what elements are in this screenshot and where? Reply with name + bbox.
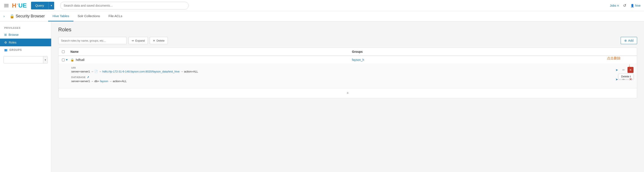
- role-name: hdfsall: [76, 58, 84, 62]
- top-nav: H · UE Query ▾ Jobs ≡ ↺ 👤 hive: [0, 0, 644, 11]
- user-label: hive: [635, 4, 640, 7]
- name-column-header: Name: [70, 50, 352, 53]
- expand-arrow-icon[interactable]: ▼: [66, 58, 68, 61]
- query-button[interactable]: Query: [31, 2, 48, 10]
- user-icon: 👤: [630, 4, 634, 7]
- select-all-checkbox[interactable]: [62, 50, 65, 53]
- uri-arrow3: →: [180, 70, 183, 73]
- add-privilege-row[interactable]: +: [58, 88, 637, 98]
- role-row-hdfsall: ▼ 🔒 hdfsall fayson_h: [58, 56, 637, 64]
- delete-button[interactable]: ✕ Delete: [150, 37, 168, 44]
- add-label: Add: [628, 39, 634, 42]
- send-button[interactable]: ➤: [614, 67, 620, 73]
- external-link-icon[interactable]: ↗: [87, 76, 89, 79]
- annotation-arrow: ↓: [628, 63, 630, 68]
- uri-prefix: server=server1: [71, 70, 90, 73]
- sidebar-item-roles[interactable]: ⚙ Roles: [0, 39, 51, 46]
- jobs-label: Jobs: [610, 4, 616, 7]
- hamburger-button[interactable]: [4, 3, 10, 8]
- expand-icon: ⇔: [132, 39, 134, 42]
- db-arrow1: →: [91, 80, 94, 83]
- db-privilege-value: server=server1 → db=fayson → action=ALL: [71, 80, 608, 83]
- db-delete-button[interactable]: ✕: [628, 76, 634, 82]
- main-layout: PRIVILEGES ⊞ Browse ⚙ Roles 👥 GROUPS ▾ R…: [0, 22, 644, 172]
- uri-privilege-value: server=server1 → 📄 → hdfs://ip-172-31-6-…: [71, 70, 608, 73]
- db-send-button[interactable]: ➤: [614, 76, 620, 82]
- search-bar: [60, 2, 188, 10]
- uri-arrow1: →: [91, 70, 94, 73]
- edit-button[interactable]: ✏: [621, 67, 627, 73]
- expand-label: Expand: [135, 39, 145, 42]
- user-button[interactable]: 👤 hive: [630, 4, 640, 7]
- db-type-label: DATABASE ↗: [71, 76, 608, 79]
- sidebar-item-browse[interactable]: ⊞ Browse: [0, 31, 51, 39]
- uri-privilege-actions: ➤ ✏ ✕ Delete t 点击删除 ↓: [614, 67, 634, 73]
- history-button[interactable]: ↺: [623, 3, 626, 8]
- roles-label: Roles: [9, 41, 16, 44]
- tab-file-acls[interactable]: File ACLs: [104, 11, 126, 22]
- logo-ue: UE: [18, 2, 27, 9]
- app-logo[interactable]: H · UE: [12, 2, 27, 9]
- privileges-title: PRIVILEGES: [0, 25, 51, 31]
- row-checkbox[interactable]: [62, 59, 65, 61]
- filter-input[interactable]: [4, 56, 43, 63]
- db-suffix: action=ALL: [112, 80, 126, 83]
- nav-right: Jobs ≡ ↺ 👤 hive: [610, 3, 640, 8]
- add-icon: ⊕: [624, 39, 627, 42]
- table-header: Name Groups: [58, 48, 637, 56]
- sidebar: PRIVILEGES ⊞ Browse ⚙ Roles 👥 GROUPS ▾: [0, 22, 52, 172]
- delete-label: Delete: [156, 39, 165, 42]
- db-edit-button[interactable]: ✏: [621, 76, 627, 82]
- uri-privilege-row: URI server=server1 → 📄 → hdfs://ip-172-3…: [71, 67, 634, 73]
- delete-container: ✕ Delete t 点击删除 ↓: [628, 67, 634, 73]
- add-button[interactable]: ⊕ Add: [621, 37, 637, 44]
- delete-icon: ✕: [153, 39, 155, 42]
- annotation-text: 点击删除: [607, 56, 621, 61]
- sidebar-groups-section[interactable]: 👥 GROUPS: [0, 46, 51, 54]
- uri-link[interactable]: hdfs://ip-172-31-6-148.fayson.com:8020/f…: [102, 70, 180, 73]
- jobs-button[interactable]: Jobs ≡: [610, 4, 619, 7]
- sidebar-filter: ▾: [0, 54, 51, 66]
- jobs-icon: ≡: [617, 4, 619, 7]
- main-content: Roles ⇔ Expand ✕ Delete ⊕ Add: [52, 22, 644, 172]
- table-row: ▼ 🔒 hdfsall fayson_h URI: [58, 56, 637, 88]
- row-checkbox-cell: ▼: [62, 58, 70, 61]
- query-dropdown-button[interactable]: ▾: [48, 2, 54, 10]
- role-name-cell: 🔒 hdfsall: [70, 58, 352, 62]
- db-link-label: db=: [94, 80, 99, 83]
- security-browser-link[interactable]: 🔒 Security Browser: [6, 14, 48, 19]
- security-browser-title: Security Browser: [16, 14, 45, 19]
- uri-type-label: URI: [71, 67, 608, 69]
- header-checkbox-cell: [62, 50, 70, 53]
- add-row-icon: +: [346, 91, 349, 95]
- uri-suffix: action=ALL: [184, 70, 198, 73]
- query-button-group: Query ▾: [31, 2, 54, 10]
- browse-icon: ⊞: [4, 33, 7, 37]
- groups-column-header: Groups: [352, 50, 634, 53]
- search-roles-input[interactable]: [58, 37, 127, 44]
- logo-h: H: [12, 2, 16, 9]
- db-arrow2: →: [109, 80, 112, 83]
- role-groups-cell: fayson_h: [352, 58, 634, 62]
- tab-solr-collections[interactable]: Solr Collections: [74, 11, 104, 22]
- database-privilege-row: DATABASE ↗ server=server1 → db=fayson → …: [71, 76, 634, 83]
- roles-table: Name Groups ▼ 🔒 hdfsall fayson_h: [58, 48, 637, 98]
- tab-hive-tables[interactable]: Hive Tables: [48, 11, 73, 22]
- db-prefix: server=server1: [71, 80, 90, 83]
- folder-icon: 📄: [94, 70, 98, 73]
- filter-caret[interactable]: ▾: [43, 56, 48, 63]
- toolbar: ⇔ Expand ✕ Delete ⊕ Add: [58, 37, 637, 44]
- db-link[interactable]: fayson: [100, 80, 108, 83]
- groups-link[interactable]: fayson_h: [352, 58, 364, 62]
- subnav-arrow[interactable]: ›: [2, 14, 6, 18]
- db-privilege-actions: ➤ ✏ ✕: [614, 76, 634, 82]
- role-icon: 🔒: [70, 58, 74, 62]
- search-input[interactable]: [60, 2, 188, 10]
- groups-label: GROUPS: [10, 49, 22, 52]
- filter-wrapper: ▾: [4, 56, 48, 64]
- lock-icon: 🔒: [10, 14, 14, 19]
- privilege-section: URI server=server1 → 📄 → hdfs://ip-172-3…: [58, 64, 637, 88]
- expand-button[interactable]: ⇔ Expand: [128, 37, 148, 44]
- groups-icon: 👥: [4, 49, 8, 52]
- logo-dot: ·: [17, 2, 18, 7]
